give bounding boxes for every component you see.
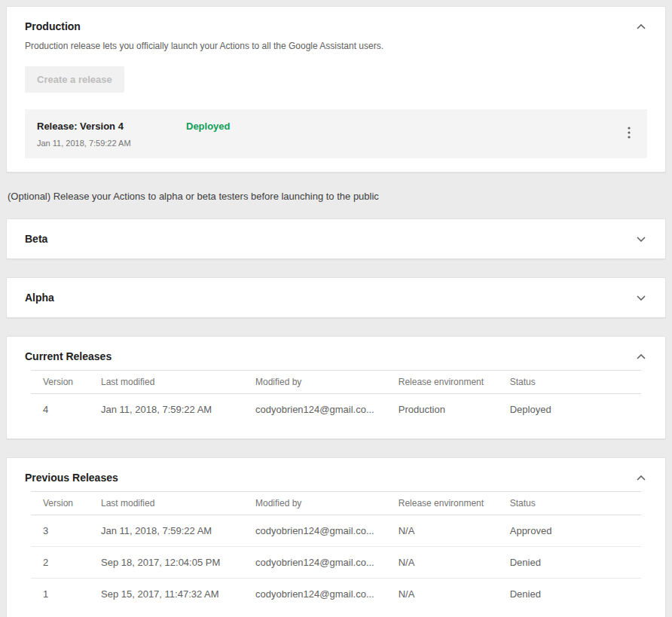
- cell-status: Denied: [498, 579, 641, 610]
- cell-status: Deployed: [498, 394, 641, 426]
- chevron-down-icon[interactable]: [635, 294, 647, 302]
- cell-last-modified: Jan 11, 2018, 7:59:22 AM: [89, 515, 243, 547]
- table-row: 2 Sep 18, 2017, 12:04:05 PM codyobrien12…: [31, 547, 641, 579]
- alpha-header[interactable]: Alpha: [7, 278, 665, 317]
- releases-page: Production Production release lets you o…: [0, 0, 672, 617]
- current-releases-table: Version Last modified Modified by Releas…: [31, 370, 641, 425]
- column-header-version: Version: [31, 371, 89, 394]
- column-header-last-modified: Last modified: [89, 492, 243, 515]
- cell-version: 4: [31, 394, 89, 426]
- column-header-modified-by: Modified by: [243, 371, 386, 394]
- cell-last-modified: Jan 11, 2018, 7:59:22 AM: [89, 394, 243, 426]
- table-header-row: Version Last modified Modified by Releas…: [31, 492, 641, 515]
- chevron-up-icon[interactable]: [635, 23, 647, 31]
- production-card: Production Production release lets you o…: [6, 6, 666, 173]
- table-row: 3 Jan 11, 2018, 7:59:22 AM codyobrien124…: [31, 515, 641, 547]
- current-releases-card: Current Releases Version Last modified M…: [6, 336, 666, 439]
- cell-release-environment: N/A: [386, 547, 498, 579]
- table-row: 4 Jan 11, 2018, 7:59:22 AM codyobrien124…: [31, 394, 641, 426]
- cell-modified-by: codyobrien124@gmail.co...: [243, 547, 386, 579]
- table-header-row: Version Last modified Modified by Releas…: [31, 371, 641, 394]
- previous-releases-header[interactable]: Previous Releases: [7, 458, 665, 491]
- column-header-status: Status: [498, 492, 641, 515]
- column-header-version: Version: [31, 492, 89, 515]
- production-header[interactable]: Production: [7, 7, 665, 40]
- create-release-button[interactable]: Create a release: [25, 66, 124, 93]
- column-header-release-environment: Release environment: [386, 371, 498, 394]
- cell-modified-by: codyobrien124@gmail.co...: [243, 579, 386, 610]
- previous-releases-card: Previous Releases Version Last modified …: [6, 457, 666, 617]
- chevron-up-icon[interactable]: [635, 474, 647, 482]
- release-status-badge: Deployed: [186, 121, 231, 132]
- cell-last-modified: Sep 18, 2017, 12:04:05 PM: [89, 547, 243, 579]
- cell-status: Denied: [498, 547, 641, 579]
- current-releases-title: Current Releases: [25, 350, 111, 362]
- production-title: Production: [25, 20, 81, 32]
- cell-release-environment: Production: [386, 394, 498, 426]
- previous-releases-table: Version Last modified Modified by Releas…: [31, 491, 641, 609]
- cell-modified-by: codyobrien124@gmail.co...: [243, 515, 386, 547]
- previous-releases-title: Previous Releases: [25, 472, 118, 484]
- release-info: Release: Version 4 Deployed Jan 11, 2018…: [37, 121, 623, 148]
- beta-header[interactable]: Beta: [7, 219, 665, 258]
- alpha-title: Alpha: [25, 292, 54, 304]
- cell-modified-by: codyobrien124@gmail.co...: [243, 394, 386, 426]
- cell-status: Approved: [498, 515, 641, 547]
- cell-release-environment: N/A: [386, 515, 498, 547]
- kebab-menu-icon[interactable]: [623, 124, 635, 145]
- beta-card: Beta: [6, 218, 666, 259]
- chevron-up-icon[interactable]: [635, 353, 647, 361]
- release-row: Release: Version 4 Deployed Jan 11, 2018…: [25, 109, 647, 158]
- cell-version: 1: [31, 579, 89, 610]
- chevron-down-icon[interactable]: [635, 235, 647, 243]
- release-date: Jan 11, 2018, 7:59:22 AM: [37, 139, 623, 148]
- current-releases-header[interactable]: Current Releases: [7, 337, 665, 370]
- column-header-status: Status: [498, 371, 641, 394]
- cell-version: 3: [31, 515, 89, 547]
- production-description: Production release lets you officially l…: [25, 40, 647, 53]
- cell-last-modified: Sep 15, 2017, 11:47:32 AM: [89, 579, 243, 610]
- cell-version: 2: [31, 547, 89, 579]
- column-header-modified-by: Modified by: [243, 492, 386, 515]
- column-header-release-environment: Release environment: [386, 492, 498, 515]
- table-row: 1 Sep 15, 2017, 11:47:32 AM codyobrien12…: [31, 579, 641, 610]
- column-header-last-modified: Last modified: [89, 371, 243, 394]
- beta-title: Beta: [25, 233, 47, 245]
- alpha-card: Alpha: [6, 277, 666, 318]
- cell-release-environment: N/A: [386, 579, 498, 610]
- release-title: Release: Version 4: [37, 121, 186, 132]
- optional-note: (Optional) Release your Actions to alpha…: [8, 191, 664, 202]
